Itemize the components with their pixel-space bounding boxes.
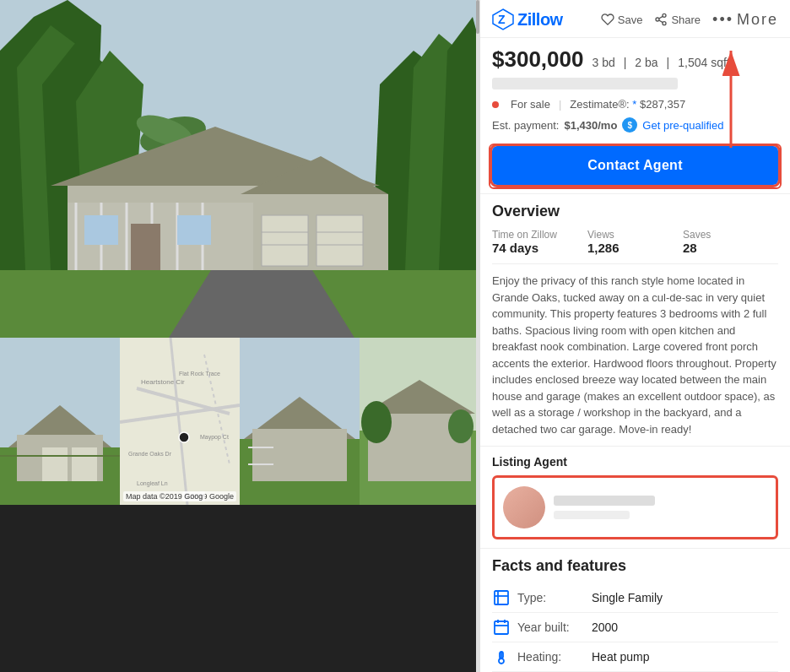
- contact-agent-button[interactable]: Contact Agent: [492, 146, 778, 185]
- listing-agent-label: Listing Agent: [492, 455, 778, 469]
- save-button[interactable]: Save: [601, 13, 643, 26]
- svg-rect-38: [72, 447, 97, 481]
- bd-ba-separator: |: [624, 56, 627, 69]
- svg-point-63: [448, 409, 473, 443]
- map-data-label: Map data ©2019 Goog: [123, 491, 205, 501]
- views-value: 1,286: [587, 241, 683, 255]
- svg-line-68: [659, 20, 663, 23]
- views-stat: Views 1,286: [587, 229, 683, 255]
- calendar-icon: [492, 618, 511, 637]
- time-on-zillow-value: 74 days: [492, 241, 587, 255]
- agent-name-blurred: [554, 496, 655, 506]
- ba-sqft-separator: |: [667, 56, 670, 69]
- thumbnail-1[interactable]: [0, 338, 120, 505]
- price-section: $300,000 3 bd | 2 ba | 1,504 sqft: [480, 38, 790, 95]
- est-payment-label: Est. payment:: [492, 119, 559, 132]
- svg-rect-32: [177, 215, 211, 245]
- home-icon: [492, 588, 511, 607]
- svg-point-66: [656, 18, 659, 21]
- svg-point-62: [361, 401, 392, 443]
- thermometer-icon: [492, 648, 511, 666]
- time-on-zillow-stat: Time on Zillow 74 days: [492, 229, 587, 255]
- est-payment-row: Est. payment: $1,430/mo $ Get pre-qualif…: [480, 114, 790, 139]
- saves-label: Saves: [683, 229, 778, 241]
- svg-text:Longleaf Ln: Longleaf Ln: [137, 480, 168, 487]
- svg-rect-54: [252, 429, 347, 481]
- property-price: $300,000: [492, 46, 583, 73]
- heating-label: Heating:: [517, 650, 585, 664]
- year-built-value: 2000: [592, 621, 618, 634]
- for-sale-dot: [492, 101, 499, 108]
- scrollbar-thumb[interactable]: [476, 0, 479, 34]
- saves-value: 28: [683, 241, 778, 255]
- views-label: Views: [587, 229, 683, 241]
- svg-text:Heartstone Cir: Heartstone Cir: [141, 378, 185, 386]
- thumbnail-row: Heartstone Cir Flat Rock Trace Maypop Ct…: [0, 338, 479, 505]
- saves-stat: Saves 28: [683, 229, 778, 255]
- agent-info: [554, 496, 767, 519]
- facts-title: Facts and features: [492, 557, 778, 575]
- zillow-z-icon: Z: [492, 8, 514, 30]
- finance-icon: $: [622, 117, 637, 133]
- status-row: For sale | Zestimate®: * $287,357: [480, 95, 790, 114]
- property-beds: 3 bd: [592, 56, 614, 69]
- svg-rect-72: [495, 591, 508, 604]
- property-sqft: 1,504 sqft: [678, 56, 730, 69]
- thumbnail-3[interactable]: [240, 338, 360, 505]
- more-button[interactable]: ••• More: [712, 11, 778, 29]
- zestimate-star: *: [632, 98, 636, 111]
- agent-detail-blurred: [554, 511, 630, 519]
- heart-icon: [601, 13, 614, 26]
- thumbnail-map[interactable]: Heartstone Cir Flat Rock Trace Maypop Ct…: [120, 338, 240, 505]
- svg-text:Flat Rock Trace: Flat Rock Trace: [179, 371, 220, 377]
- type-label: Type:: [517, 591, 585, 604]
- more-dots: •••: [712, 11, 733, 29]
- zillow-logo: Z Zillow: [492, 8, 563, 30]
- svg-text:Z: Z: [498, 13, 506, 26]
- for-sale-label: For sale: [511, 98, 550, 111]
- thumbnail-4[interactable]: [360, 338, 479, 505]
- zillow-logo-text: Zillow: [517, 10, 563, 30]
- heating-value: Heat pump: [592, 650, 649, 664]
- property-address: [492, 78, 678, 89]
- svg-point-79: [499, 658, 504, 664]
- overview-section: Overview Time on Zillow 74 days Views 1,…: [480, 193, 790, 446]
- left-panel: Heartstone Cir Flat Rock Trace Maypop Ct…: [0, 0, 479, 672]
- share-button[interactable]: Share: [654, 13, 701, 26]
- fact-row-year-built: Year built: 2000: [492, 613, 778, 642]
- status-separator: |: [559, 98, 561, 111]
- property-description: Enjoy the privacy of this ranch style ho…: [492, 273, 778, 437]
- overview-title: Overview: [492, 203, 778, 220]
- svg-text:Grande Oaks Dr: Grande Oaks Dr: [128, 451, 172, 457]
- scrollbar[interactable]: [476, 0, 479, 672]
- fact-row-heating: Heating: Heat pump: [492, 642, 778, 672]
- svg-point-67: [663, 22, 666, 25]
- zestimate-label: Zestimate®: * $287,357: [570, 98, 685, 111]
- est-payment-value: $1,430/mo: [564, 119, 617, 132]
- year-built-label: Year built:: [517, 621, 585, 634]
- svg-rect-61: [393, 439, 444, 481]
- save-label: Save: [618, 14, 643, 26]
- agent-avatar: [503, 486, 545, 528]
- main-photo[interactable]: [0, 0, 479, 338]
- share-label: Share: [671, 14, 701, 26]
- site-header: Z Zillow Save Share ••• More: [480, 0, 790, 38]
- listing-agent-section: Listing Agent: [480, 446, 790, 548]
- agent-avatar-image: [503, 486, 545, 528]
- facts-section: Facts and features Type: Single Family: [480, 548, 790, 672]
- type-value: Single Family: [592, 591, 663, 604]
- svg-point-65: [663, 14, 666, 17]
- more-label: More: [737, 11, 778, 29]
- svg-rect-31: [84, 215, 118, 245]
- property-baths: 2 ba: [635, 56, 657, 69]
- time-on-zillow-label: Time on Zillow: [492, 229, 587, 241]
- get-prequalified-link[interactable]: Get pre-qualified: [642, 119, 723, 132]
- share-icon: [654, 13, 668, 26]
- listing-agent-box: [492, 475, 778, 539]
- svg-point-50: [179, 432, 189, 442]
- stats-row: Time on Zillow 74 days Views 1,286 Saves…: [492, 229, 778, 264]
- svg-rect-75: [495, 621, 508, 634]
- header-actions: Save Share ••• More: [601, 11, 778, 29]
- fact-row-type: Type: Single Family: [492, 583, 778, 613]
- svg-text:Maypop Ct: Maypop Ct: [200, 434, 229, 441]
